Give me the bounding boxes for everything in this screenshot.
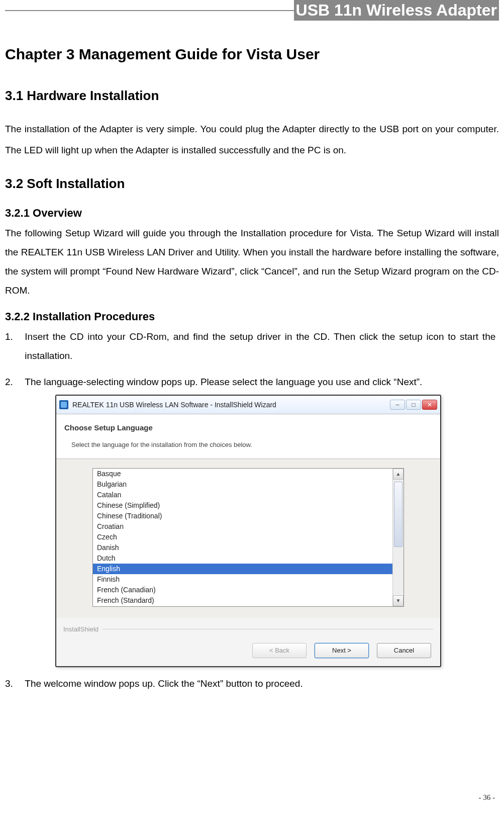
list-item[interactable]: German bbox=[93, 606, 392, 606]
section-3-2-2-heading: 3.2.2 Installation Procedures bbox=[5, 310, 499, 323]
installshield-dialog: REALTEK 11n USB Wireless LAN Software - … bbox=[55, 395, 441, 667]
step-2-text: The language-selecting window pops up. P… bbox=[22, 373, 495, 392]
section-3-2-heading: 3.2 Soft Installation bbox=[5, 176, 499, 192]
next-button[interactable]: Next > bbox=[315, 643, 369, 658]
list-item[interactable]: Chinese (Traditional) bbox=[93, 511, 392, 521]
step-2: 2. The language-selecting window pops up… bbox=[5, 373, 499, 667]
document-header-title: USB 11n Wireless Adapter bbox=[294, 0, 499, 21]
dialog-titlebar[interactable]: REALTEK 11n USB Wireless LAN Software - … bbox=[56, 396, 440, 414]
scroll-up-button[interactable]: ▲ bbox=[393, 469, 404, 480]
list-item[interactable]: Chinese (Simplified) bbox=[93, 500, 392, 511]
dialog-heading: Choose Setup Language bbox=[64, 420, 432, 435]
maximize-button[interactable]: □ bbox=[406, 400, 421, 410]
back-button[interactable]: < Back bbox=[252, 643, 307, 658]
step-2-number: 2. bbox=[5, 373, 19, 392]
cancel-button[interactable]: Cancel bbox=[377, 643, 431, 658]
page-number: - 36 - bbox=[479, 793, 495, 802]
list-item[interactable]: Finnish bbox=[93, 574, 392, 585]
step-3-text: The welcome window pops up. Click the “N… bbox=[22, 674, 495, 693]
scroll-down-button[interactable]: ▼ bbox=[393, 595, 404, 606]
list-item[interactable]: Croatian bbox=[93, 521, 392, 532]
list-item[interactable]: Basque bbox=[93, 469, 392, 479]
step-1-number: 1. bbox=[5, 327, 19, 346]
list-item-selected[interactable]: English bbox=[93, 564, 392, 574]
header-rule bbox=[5, 10, 294, 11]
installer-icon bbox=[59, 400, 68, 409]
scrollbar[interactable]: ▲ ▼ bbox=[392, 469, 404, 606]
chapter-title: Chapter 3 Management Guide for Vista Use… bbox=[5, 46, 499, 63]
list-item[interactable]: Dutch bbox=[93, 553, 392, 564]
step-1-text: Insert the CD into your CD-Rom, and find… bbox=[22, 327, 495, 366]
section-3-1-body: The installation of the Adapter is very … bbox=[5, 119, 499, 161]
language-listbox[interactable]: Basque Bulgarian Catalan Chinese (Simpli… bbox=[92, 468, 404, 607]
dialog-title: REALTEK 11n USB Wireless LAN Software - … bbox=[72, 398, 390, 412]
step-3: 3. The welcome window pops up. Click the… bbox=[5, 674, 499, 693]
footer-rule bbox=[103, 629, 433, 629]
dialog-subtitle: Select the language for the installation… bbox=[71, 438, 432, 451]
close-button[interactable]: ✕ bbox=[422, 400, 437, 410]
list-item[interactable]: Danish bbox=[93, 542, 392, 553]
list-item[interactable]: Catalan bbox=[93, 490, 392, 500]
list-item[interactable]: Bulgarian bbox=[93, 479, 392, 490]
list-item[interactable]: Czech bbox=[93, 532, 392, 542]
installshield-label: InstallShield bbox=[63, 623, 98, 636]
step-1: 1. Insert the CD into your CD-Rom, and f… bbox=[5, 327, 499, 366]
scroll-thumb[interactable] bbox=[394, 482, 402, 547]
step-3-number: 3. bbox=[5, 674, 19, 693]
section-3-2-1-body: The following Setup Wizard will guide yo… bbox=[5, 224, 499, 300]
section-3-2-1-heading: 3.2.1 Overview bbox=[5, 207, 499, 220]
list-item[interactable]: French (Standard) bbox=[93, 595, 392, 606]
list-item[interactable]: French (Canadian) bbox=[93, 585, 392, 595]
minimize-button[interactable]: – bbox=[390, 400, 405, 410]
section-3-1-heading: 3.1 Hardware Installation bbox=[5, 88, 499, 104]
